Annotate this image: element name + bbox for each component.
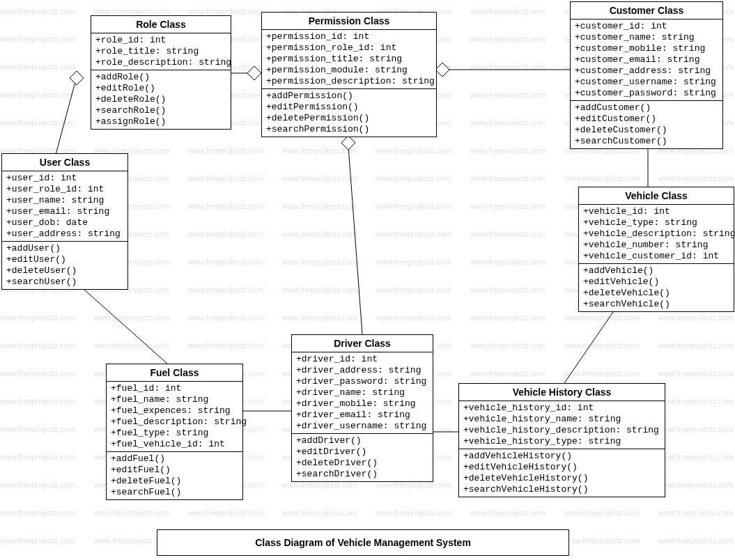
class-title: Vehicle History Class bbox=[459, 384, 665, 401]
attrs-section: +user_id: int+user_role_id: int+user_nam… bbox=[2, 171, 127, 242]
uml-row: +customer_mobile: string bbox=[575, 43, 718, 54]
uml-row: +fuel_vehicle_id: int bbox=[111, 439, 238, 450]
uml-row: +deleteVehicle() bbox=[583, 288, 729, 299]
uml-row: +fuel_expences: string bbox=[111, 405, 238, 417]
uml-row: +customer_email: string bbox=[575, 54, 718, 65]
uml-row: +deleteDriver() bbox=[296, 458, 428, 469]
class-customer: Customer Class +customer_id: int+custome… bbox=[570, 1, 723, 149]
uml-row: +customer_address: string bbox=[575, 65, 718, 77]
uml-row: +deleteVehicleHistory() bbox=[463, 473, 660, 484]
uml-row: +customer_username: string bbox=[575, 77, 718, 88]
ops-section: +addVehicleHistory()+editVehicleHistory(… bbox=[459, 449, 665, 497]
uml-row: +customer_name: string bbox=[575, 32, 718, 43]
uml-row: +fuel_type: string bbox=[111, 428, 238, 439]
class-title: Fuel Class bbox=[107, 364, 242, 382]
attrs-section: +customer_id: int+customer_name: string+… bbox=[571, 20, 722, 101]
ops-section: +addUser()+editUser()+deleteUser()+searc… bbox=[2, 242, 127, 289]
uml-row: +addPermission() bbox=[266, 91, 432, 102]
attrs-section: +vehicle_history_id: int+vehicle_history… bbox=[459, 401, 665, 449]
uml-row: +driver_mobile: string bbox=[296, 398, 428, 410]
svg-line-10 bbox=[564, 312, 613, 383]
class-title: Role Class bbox=[91, 16, 231, 33]
uml-row: +editVehicleHistory() bbox=[463, 462, 660, 473]
uml-row: +driver_name: string bbox=[296, 387, 428, 398]
class-title: Customer Class bbox=[571, 2, 722, 20]
uml-row: +vehicle_customer_id: int bbox=[583, 251, 729, 262]
uml-row: +searchFuel() bbox=[111, 487, 238, 498]
uml-row: +searchVehicle() bbox=[583, 299, 729, 310]
uml-row: +deleteRole() bbox=[95, 94, 226, 105]
ops-section: +addFuel()+editFuel()+deleteFuel()+searc… bbox=[107, 452, 242, 499]
ops-section: +addCustomer()+editCustomer()+deleteCust… bbox=[571, 101, 722, 148]
uml-row: +searchCustomer() bbox=[575, 136, 718, 147]
uml-row: +role_id: int bbox=[95, 35, 226, 46]
uml-row: +user_dob: date bbox=[6, 217, 123, 228]
uml-row: +addUser() bbox=[6, 243, 123, 254]
uml-row: +driver_email: string bbox=[296, 410, 428, 421]
uml-row: +user_id: int bbox=[6, 173, 123, 184]
uml-row: +addFuel() bbox=[111, 453, 238, 465]
svg-marker-3 bbox=[247, 66, 261, 80]
uml-row: +vehicle_history_type: string bbox=[463, 436, 660, 447]
attrs-section: +fuel_id: int+fuel_name: string+fuel_exp… bbox=[107, 382, 242, 452]
uml-row: +searchPermission() bbox=[266, 124, 432, 135]
uml-row: +addRole() bbox=[95, 72, 226, 83]
uml-row: +user_role_id: int bbox=[6, 184, 123, 195]
uml-row: +editPermission() bbox=[266, 102, 432, 113]
uml-row: +deletePermission() bbox=[266, 113, 432, 124]
uml-row: +editDriver() bbox=[296, 446, 428, 458]
uml-row: +editUser() bbox=[6, 254, 123, 265]
uml-row: +vehicle_description: string bbox=[583, 228, 729, 240]
uml-row: +driver_id: int bbox=[296, 354, 428, 365]
svg-line-0 bbox=[56, 77, 77, 155]
class-role: Role Class +role_id: int+role_title: str… bbox=[91, 15, 231, 130]
svg-marker-5 bbox=[435, 63, 449, 77]
uml-row: +editFuel() bbox=[111, 465, 238, 476]
uml-row: +vehicle_history_id: int bbox=[463, 403, 660, 414]
class-user: User Class +user_id: int+user_role_id: i… bbox=[1, 153, 128, 290]
uml-row: +addCustomer() bbox=[575, 102, 718, 114]
uml-row: +driver_address: string bbox=[296, 365, 428, 376]
uml-row: +deleteFuel() bbox=[111, 476, 238, 487]
ops-section: +addVehicle()+editVehicle()+deleteVehicl… bbox=[579, 264, 734, 311]
uml-row: +customer_id: int bbox=[575, 21, 718, 32]
uml-row: +user_name: string bbox=[6, 195, 123, 206]
uml-row: +editCustomer() bbox=[575, 114, 718, 125]
uml-row: +vehicle_history_name: string bbox=[463, 414, 660, 425]
svg-line-6 bbox=[348, 146, 362, 334]
uml-row: +editVehicle() bbox=[583, 277, 729, 288]
uml-row: +user_email: string bbox=[6, 206, 123, 217]
uml-row: +customer_password: string bbox=[575, 88, 718, 99]
uml-row: +permission_id: int bbox=[266, 31, 432, 42]
uml-row: +vehicle_number: string bbox=[583, 240, 729, 251]
class-title: Permission Class bbox=[262, 13, 436, 30]
class-vehicle: Vehicle Class +vehicle_id: int+vehicle_t… bbox=[578, 187, 734, 312]
svg-marker-7 bbox=[341, 136, 355, 150]
uml-row: +addVehicle() bbox=[583, 265, 729, 277]
uml-row: +permission_role_id: int bbox=[266, 42, 432, 54]
uml-row: +searchRole() bbox=[95, 105, 226, 116]
uml-row: +fuel_id: int bbox=[111, 383, 238, 394]
attrs-section: +permission_id: int+permission_role_id: … bbox=[262, 30, 436, 89]
attrs-section: +driver_id: int+driver_address: string+d… bbox=[292, 352, 433, 434]
uml-row: +deleteUser() bbox=[6, 265, 123, 277]
class-permission: Permission Class +permission_id: int+per… bbox=[261, 12, 437, 137]
class-driver: Driver Class +driver_id: int+driver_addr… bbox=[291, 334, 433, 482]
uml-row: +permission_title: string bbox=[266, 54, 432, 65]
uml-row: +addDriver() bbox=[296, 435, 428, 446]
uml-row: +vehicle_id: int bbox=[583, 206, 729, 217]
attrs-section: +role_id: int+role_title: string+role_de… bbox=[91, 33, 231, 70]
uml-row: +editRole() bbox=[95, 83, 226, 94]
uml-row: +permission_description: string bbox=[266, 76, 432, 87]
attrs-section: +vehicle_id: int+vehicle_type: string+ve… bbox=[579, 205, 734, 264]
uml-row: +assignRole() bbox=[95, 116, 226, 127]
uml-row: +fuel_name: string bbox=[111, 394, 238, 405]
class-title: Driver Class bbox=[292, 335, 433, 352]
uml-row: +searchVehicleHistory() bbox=[463, 484, 660, 495]
diagram-caption: Class Diagram of Vehicle Management Syst… bbox=[157, 529, 569, 556]
uml-row: +vehicle_history_description: string bbox=[463, 425, 660, 436]
class-vehicle-history: Vehicle History Class +vehicle_history_i… bbox=[458, 383, 665, 497]
svg-marker-1 bbox=[70, 71, 84, 85]
uml-row: +deleteCustomer() bbox=[575, 125, 718, 136]
class-fuel: Fuel Class +fuel_id: int+fuel_name: stri… bbox=[106, 364, 243, 500]
